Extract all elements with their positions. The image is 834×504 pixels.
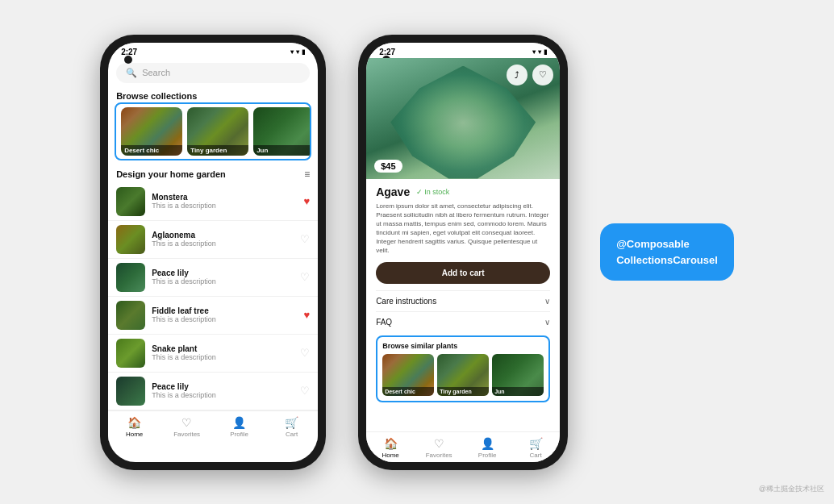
- plant-thumb-snake: [116, 339, 145, 368]
- plant-info-monstera: Monstera This is a description: [152, 193, 297, 210]
- nav-cart-label: Cart: [286, 431, 298, 438]
- plant-thumb-monstera: [116, 187, 145, 216]
- check-icon: ✓: [416, 188, 423, 196]
- right-status-icons: ▾ ▾ ▮: [532, 48, 547, 56]
- left-status-icons: ▾ ▾ ▮: [290, 48, 305, 56]
- heart-fiddle[interactable]: ♥: [303, 309, 310, 321]
- nav-profile[interactable]: 👤 Profile: [213, 416, 265, 438]
- faq-accordion[interactable]: FAQ ∨: [376, 311, 550, 332]
- plant-list: Monstera This is a description ♥ Aglaone…: [108, 183, 318, 410]
- in-stock-badge: ✓ In stock: [416, 188, 449, 196]
- plant-desc-aglaonema: This is a description: [152, 240, 294, 248]
- plant-info-peace: Peace lily This is a description: [152, 269, 294, 285]
- product-content: Agave ✓ In stock Lorem ipsum dolor sit a…: [366, 179, 560, 431]
- care-chevron-icon: ∨: [544, 297, 550, 306]
- right-status-time: 2:27: [379, 48, 395, 56]
- right-nav-home[interactable]: 🏠 Home: [366, 437, 415, 459]
- similar-card-desert[interactable]: Desert chic: [382, 354, 434, 396]
- right-nav-favorites[interactable]: ♡ Favorites: [415, 437, 463, 459]
- similar-label-desert: Desert chic: [382, 387, 434, 396]
- camera-hole: [124, 56, 132, 64]
- right-nav-profile[interactable]: 👤 Profile: [463, 437, 511, 459]
- plant-desc-monstera: This is a description: [152, 202, 297, 210]
- collection-label-tiny: Tiny garden: [187, 145, 248, 156]
- heart-icon: ♡: [539, 69, 547, 80]
- heart-peace[interactable]: ♡: [300, 271, 310, 283]
- plant-name-snake: Snake plant: [152, 344, 294, 353]
- plant-item-fiddle[interactable]: Fiddle leaf tree This is a description ♥: [108, 297, 318, 335]
- collections-carousel: Desert chic Tiny garden Jun: [115, 102, 311, 160]
- product-description: Lorem ipsum dolor sit amet, consectetur …: [376, 202, 550, 256]
- right-cart-icon: 🛒: [529, 437, 543, 450]
- plant-info-snake: Snake plant This is a description: [152, 344, 294, 361]
- home-icon: 🏠: [127, 416, 141, 429]
- annotation-card: @ComposableCollectionsCarousel: [600, 223, 734, 281]
- similar-cards-list: Desert chic Tiny garden Jun: [382, 354, 544, 396]
- similar-label-tiny: Tiny garden: [437, 387, 489, 396]
- nav-home-label: Home: [126, 431, 143, 438]
- cart-icon: 🛒: [285, 416, 298, 429]
- plant-name-aglaonema: Aglaonema: [152, 231, 294, 240]
- plant-info-fiddle: Fiddle leaf tree This is a description: [152, 306, 297, 323]
- nav-home[interactable]: 🏠 Home: [108, 416, 161, 438]
- right-nav-profile-label: Profile: [478, 452, 497, 459]
- plant-item-aglaonema[interactable]: Aglaonema This is a description ♡: [108, 221, 318, 259]
- wifi-icon: ▾: [296, 48, 299, 56]
- collection-card-desert[interactable]: Desert chic: [121, 107, 182, 156]
- heart-aglaonema[interactable]: ♡: [300, 233, 310, 245]
- browse-similar-heading: Browse similar plants: [382, 342, 544, 350]
- right-phone: 2:27 ▾ ▾ ▮ ⤴ ♡ $45 Agave: [358, 35, 568, 470]
- right-battery-icon: ▮: [544, 48, 547, 56]
- add-to-cart-button[interactable]: Add to cart: [376, 262, 550, 284]
- plant-thumb-peace2: [116, 377, 145, 406]
- share-icon: ⤴: [515, 70, 519, 80]
- right-phone-screen: 2:27 ▾ ▾ ▮ ⤴ ♡ $45 Agave: [366, 43, 560, 462]
- left-bottom-nav: 🏠 Home ♡ Favorites 👤 Profile 🛒 Cart: [108, 410, 318, 441]
- product-title: Agave: [376, 185, 410, 198]
- faq-label: FAQ: [376, 318, 392, 327]
- plant-name-peace2: Peace lily: [152, 382, 294, 391]
- similar-card-tiny[interactable]: Tiny garden: [437, 354, 489, 396]
- nav-favorites[interactable]: ♡ Favorites: [161, 416, 213, 438]
- plant-item-monstera[interactable]: Monstera This is a description ♥: [108, 183, 318, 221]
- right-favorites-icon: ♡: [434, 437, 444, 450]
- right-status-bar: 2:27 ▾ ▾ ▮: [366, 43, 560, 58]
- profile-icon: 👤: [232, 416, 246, 429]
- right-nav-cart[interactable]: 🛒 Cart: [511, 437, 560, 459]
- price-badge: $45: [374, 160, 402, 173]
- right-home-icon: 🏠: [384, 437, 398, 450]
- plant-name-fiddle: Fiddle leaf tree: [152, 306, 297, 315]
- wishlist-button[interactable]: ♡: [532, 65, 553, 85]
- nav-cart[interactable]: 🛒 Cart: [265, 416, 318, 438]
- left-phone-screen: 2:27 ▾ ▾ ▮ 🔍 Search Browse collections D…: [108, 43, 318, 462]
- filter-icon[interactable]: ≡: [304, 169, 310, 180]
- share-button[interactable]: ⤴: [507, 65, 528, 85]
- plant-info-aglaonema: Aglaonema This is a description: [152, 231, 294, 248]
- battery-icon: ▮: [302, 48, 305, 56]
- heart-peace2[interactable]: ♡: [300, 385, 310, 397]
- search-placeholder: Search: [142, 68, 170, 77]
- right-bottom-nav: 🏠 Home ♡ Favorites 👤 Profile 🛒 Cart: [366, 431, 560, 462]
- heart-monstera[interactable]: ♥: [303, 195, 310, 207]
- heart-snake[interactable]: ♡: [300, 347, 310, 359]
- collection-card-tiny[interactable]: Tiny garden: [187, 107, 248, 156]
- right-signal-icon: ▾: [532, 48, 536, 56]
- search-icon: 🔍: [126, 68, 137, 78]
- right-nav-home-label: Home: [382, 452, 398, 459]
- faq-chevron-icon: ∨: [544, 318, 550, 327]
- plant-item-peace[interactable]: Peace lily This is a description ♡: [108, 259, 318, 297]
- similar-label-jun: Jun: [492, 387, 544, 396]
- right-wifi-icon: ▾: [538, 48, 541, 56]
- collection-label-jun: Jun: [253, 145, 311, 156]
- right-nav-favorites-label: Favorites: [426, 452, 452, 459]
- collection-card-jun[interactable]: Jun: [253, 107, 311, 156]
- left-phone: 2:27 ▾ ▾ ▮ 🔍 Search Browse collections D…: [100, 35, 326, 470]
- plant-item-peace2[interactable]: Peace lily This is a description ♡: [108, 373, 318, 410]
- product-title-row: Agave ✓ In stock: [376, 185, 550, 198]
- similar-card-jun[interactable]: Jun: [492, 354, 544, 396]
- annotation-text: @ComposableCollectionsCarousel: [616, 238, 718, 266]
- care-instructions-accordion[interactable]: Care instructions ∨: [376, 290, 550, 311]
- search-bar[interactable]: 🔍 Search: [116, 63, 310, 83]
- plant-thumb-peace: [116, 263, 145, 292]
- plant-item-snake[interactable]: Snake plant This is a description ♡: [108, 335, 318, 373]
